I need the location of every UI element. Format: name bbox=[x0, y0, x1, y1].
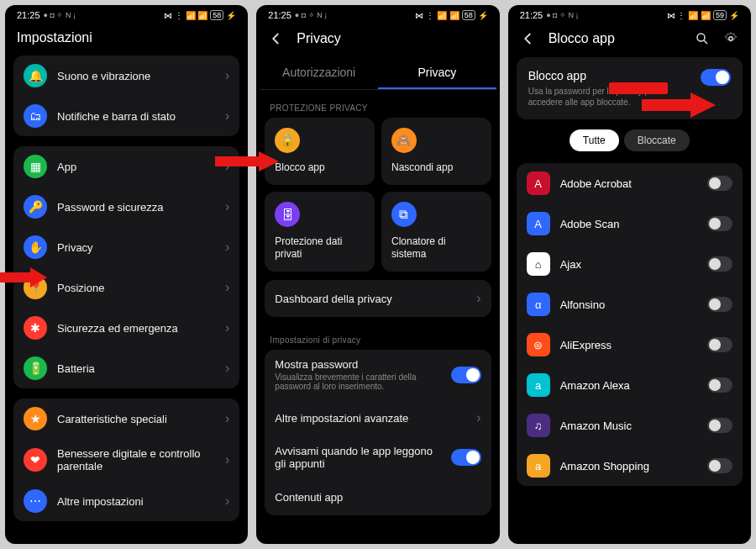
gear-icon[interactable] bbox=[722, 30, 739, 47]
row-label: Caratteristiche speciali bbox=[57, 413, 215, 425]
redaction-bar bbox=[609, 82, 668, 94]
app-row[interactable]: A Adobe Scan bbox=[517, 203, 743, 244]
seg-locked[interactable]: Bloccate bbox=[624, 129, 690, 151]
settings-row[interactable]: ✱ Sicurezza ed emergenza › bbox=[13, 308, 239, 348]
settings-row[interactable]: 📍 Posizione › bbox=[13, 267, 239, 308]
settings-row[interactable]: ▦ App › bbox=[13, 146, 239, 187]
toggle-switch[interactable] bbox=[451, 449, 481, 466]
settings-row[interactable]: ✋ Privacy › bbox=[13, 227, 239, 267]
page-title-row: Impostazioni bbox=[5, 24, 248, 55]
app-row[interactable]: ⊜ AliExpress bbox=[517, 325, 743, 365]
chevron-right-icon: › bbox=[225, 320, 229, 335]
settings-row[interactable]: ★ Caratteristiche speciali › bbox=[13, 399, 239, 439]
app-lock-toggle[interactable] bbox=[707, 337, 732, 352]
status-time: 21:25 bbox=[520, 10, 543, 20]
settings-row[interactable]: 🔑 Password e sicurezza › bbox=[13, 187, 239, 227]
row-icon: 🔑 bbox=[24, 195, 47, 219]
app-row[interactable]: ⌂ Ajax bbox=[517, 244, 743, 284]
row-label: Altre impostazioni bbox=[57, 495, 215, 508]
privacy-setting-row[interactable]: Altre impostazioni avanzate› bbox=[265, 399, 491, 436]
app-lock-toggle[interactable] bbox=[707, 216, 732, 231]
app-lock-toggle[interactable] bbox=[707, 297, 732, 312]
tile-label: Protezione dati privati bbox=[275, 235, 365, 260]
app-name: Adobe Acrobat bbox=[560, 177, 697, 190]
chevron-right-icon: › bbox=[225, 108, 229, 124]
privacy-tile[interactable]: 🔒 Blocco app bbox=[265, 118, 375, 185]
status-battery: 59 bbox=[713, 10, 727, 20]
bolt-icon: ⚡ bbox=[226, 11, 236, 20]
dashboard-row[interactable]: Dashboard della privacy › bbox=[265, 280, 491, 317]
chevron-right-icon: › bbox=[225, 240, 229, 255]
settings-group-2: ▦ App ›🔑 Password e sicurezza ›✋ Privacy… bbox=[13, 146, 239, 388]
app-icon: A bbox=[527, 172, 550, 195]
section-label-privsettings: Impostazioni di privacy bbox=[265, 327, 491, 350]
app-lock-toggle[interactable] bbox=[707, 377, 732, 393]
privacy-tile[interactable]: 🗄 Protezione dati privati bbox=[265, 192, 375, 272]
page-title: Impostazioni bbox=[17, 30, 92, 45]
status-indicators: ● ◘ ✧ N ¡ bbox=[44, 11, 76, 19]
settings-row[interactable]: 🔋 Batteria › bbox=[13, 348, 239, 388]
app-row[interactable]: α Alfonsino bbox=[517, 284, 743, 325]
privacy-setting-row[interactable]: Contenuti app bbox=[265, 478, 491, 515]
row-icon: 🗂 bbox=[24, 104, 47, 128]
chevron-right-icon: › bbox=[476, 410, 480, 425]
app-icon: ⊜ bbox=[527, 333, 550, 356]
app-lock-toggle[interactable] bbox=[707, 458, 732, 473]
back-icon[interactable] bbox=[520, 30, 537, 47]
row-label: Contenuti app bbox=[275, 491, 480, 504]
tile-icon: 🙈 bbox=[391, 128, 417, 153]
row-label: Mostra password bbox=[275, 358, 440, 371]
app-row[interactable]: A Adobe Acrobat bbox=[517, 163, 743, 203]
row-label: Password e sicurezza bbox=[57, 201, 215, 214]
row-label: Batteria bbox=[57, 362, 215, 375]
tile-icon: ⧉ bbox=[391, 202, 417, 227]
app-lock-toggle[interactable] bbox=[707, 176, 732, 191]
chevron-right-icon: › bbox=[225, 280, 229, 295]
privacy-setting-row[interactable]: Avvisami quando le app leggono gli appun… bbox=[265, 436, 491, 478]
privacy-tile[interactable]: 🙈 Nascondi app bbox=[381, 118, 491, 185]
app-name: Amazon Shopping bbox=[560, 460, 697, 472]
chevron-right-icon: › bbox=[225, 361, 229, 376]
app-lock-toggle[interactable] bbox=[707, 418, 732, 433]
settings-row[interactable]: 🔔 Suono e vibrazione › bbox=[13, 55, 239, 96]
app-row[interactable]: a Amazon Alexa bbox=[517, 365, 743, 405]
search-icon[interactable] bbox=[694, 30, 711, 47]
row-label: Benessere digitale e controllo parentale bbox=[57, 447, 215, 472]
status-indicators: ● ◘ ✧ N ¡ bbox=[546, 11, 578, 19]
back-icon[interactable] bbox=[268, 30, 285, 47]
applock-master-toggle[interactable] bbox=[701, 69, 731, 86]
row-label: App bbox=[57, 161, 215, 173]
row-icon: 🔋 bbox=[24, 356, 47, 380]
phone-applock: 21:25 ● ◘ ✧ N ¡ ⋈ ⋮ 📶 📶 59 ⚡ Blocco app … bbox=[508, 5, 751, 544]
settings-row[interactable]: ❤ Benessere digitale e controllo parenta… bbox=[13, 439, 239, 481]
filter-segmented: Tutte Bloccate bbox=[517, 129, 743, 151]
status-indicators: ● ◘ ✧ N ¡ bbox=[295, 11, 327, 19]
bolt-icon: ⚡ bbox=[478, 11, 488, 20]
privacy-setting-row[interactable]: Mostra passwordVisualizza brevemente i c… bbox=[265, 350, 491, 399]
privacy-tile[interactable]: ⧉ Clonatore di sistema bbox=[381, 192, 491, 272]
seg-all[interactable]: Tutte bbox=[570, 129, 619, 151]
toggle-switch[interactable] bbox=[451, 367, 481, 383]
row-label: Altre impostazioni avanzate bbox=[275, 412, 466, 425]
app-name: Amazon Alexa bbox=[560, 379, 697, 392]
app-icon: ⌂ bbox=[527, 252, 550, 276]
row-label: Posizione bbox=[57, 282, 215, 294]
status-signals: ⋈ ⋮ 📶 📶 bbox=[164, 11, 207, 20]
tab-authorizations[interactable]: Autorizzazioni bbox=[260, 57, 378, 89]
page-title: Blocco app bbox=[549, 31, 615, 46]
settings-row[interactable]: 🗂 Notifiche e barra di stato › bbox=[13, 96, 239, 136]
app-lock-toggle[interactable] bbox=[707, 256, 732, 272]
chevron-right-icon: › bbox=[225, 494, 229, 509]
tab-privacy[interactable]: Privacy bbox=[378, 57, 496, 89]
chevron-right-icon: › bbox=[225, 68, 229, 83]
row-icon: ★ bbox=[24, 407, 47, 430]
app-icon: a bbox=[527, 373, 550, 397]
row-icon: ❤ bbox=[24, 448, 47, 472]
row-icon: ✋ bbox=[24, 235, 47, 259]
tile-label: Clonatore di sistema bbox=[391, 235, 481, 260]
row-label: Avvisami quando le app leggono gli appun… bbox=[275, 445, 440, 470]
app-row[interactable]: ♫ Amazon Music bbox=[517, 405, 743, 446]
app-row[interactable]: a Amazon Shopping bbox=[517, 446, 743, 486]
section-label-protection: PROTEZIONE PRIVACY bbox=[265, 95, 491, 118]
settings-row[interactable]: ⋯ Altre impostazioni › bbox=[13, 481, 239, 521]
